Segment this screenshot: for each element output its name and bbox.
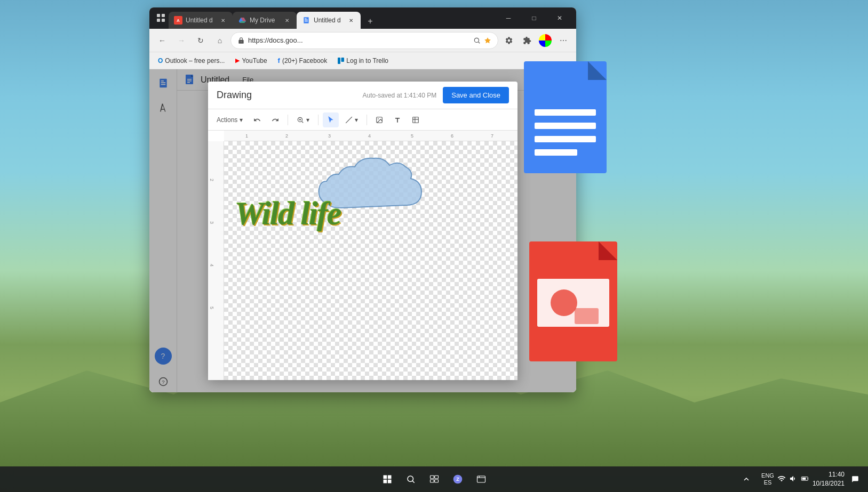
volume-icon[interactable] xyxy=(789,474,798,485)
bookmark-youtube-label: YouTube xyxy=(242,57,267,64)
tab2-close-btn[interactable]: ✕ xyxy=(283,16,291,25)
star-icon xyxy=(484,37,491,44)
tab1-favicon: A xyxy=(174,16,182,25)
svg-marker-10 xyxy=(484,37,491,43)
svg-rect-0 xyxy=(157,14,160,17)
svg-rect-48 xyxy=(434,475,438,478)
address-bar[interactable]: https://docs.goo... xyxy=(230,32,498,49)
tab3-favicon xyxy=(302,16,310,25)
ruler-vertical: 2 3 4 5 xyxy=(208,141,224,380)
actions-btn[interactable]: Actions ▾ xyxy=(212,112,247,127)
facebook-icon: f xyxy=(278,57,280,64)
back-btn[interactable]: ← xyxy=(154,32,171,49)
ruler-horizontal: 1 2 3 4 5 6 7 xyxy=(224,131,517,141)
zoom-btn[interactable]: ▾ xyxy=(292,112,314,127)
youtube-icon: ▶ xyxy=(235,57,240,64)
bookmark-facebook[interactable]: f (20+) Facebook xyxy=(274,55,332,66)
browser-window: A Untitled d ✕ My Drive ✕ xyxy=(149,7,576,392)
svg-rect-1 xyxy=(162,14,165,17)
image-tool-btn[interactable] xyxy=(371,112,387,127)
select-tool-btn[interactable] xyxy=(323,112,339,127)
svg-point-30 xyxy=(378,118,379,119)
close-btn[interactable]: ✕ xyxy=(547,10,572,27)
bookmark-youtube[interactable]: ▶ YouTube xyxy=(231,56,271,66)
bookmark-trello[interactable]: Log in to Trello xyxy=(333,56,393,66)
sys-tray: ENG ES 11:40 10/18/2021 xyxy=(761,470,845,488)
table-tool-btn[interactable] xyxy=(408,112,424,127)
extensions-btn[interactable] xyxy=(519,32,536,49)
home-btn[interactable]: ⌂ xyxy=(211,32,228,49)
profile-btn[interactable] xyxy=(537,32,554,49)
drawing-dialog-overlay: Drawing Auto-saved at 1:41:40 PM Save an… xyxy=(149,69,576,392)
more-btn[interactable]: ⋯ xyxy=(555,32,572,49)
svg-rect-6 xyxy=(305,21,308,21)
svg-rect-38 xyxy=(535,136,596,142)
forward-btn[interactable]: → xyxy=(173,32,190,49)
start-btn[interactable] xyxy=(377,469,398,490)
svg-rect-44 xyxy=(575,308,599,324)
desktop: A Untitled d ✕ My Drive ✕ xyxy=(0,0,868,492)
drawing-autosave: Auto-saved at 1:41:40 PM xyxy=(362,92,436,99)
drawing-panel: Drawing Auto-saved at 1:41:40 PM Save an… xyxy=(208,82,517,380)
svg-rect-12 xyxy=(341,58,345,62)
svg-rect-50 xyxy=(434,480,438,482)
text-tool-btn[interactable] xyxy=(389,112,405,127)
chevron-btn[interactable] xyxy=(736,469,757,490)
lock-icon xyxy=(237,37,245,44)
search-btn[interactable] xyxy=(400,469,421,490)
address-text: https://docs.goo... xyxy=(248,36,470,44)
svg-line-9 xyxy=(478,42,480,43)
taskbar-right: ENG ES 11:40 10/18/2021 xyxy=(736,469,862,490)
window-controls: ─ □ ✕ xyxy=(496,10,572,27)
settings-btn[interactable] xyxy=(500,32,517,49)
search-address-icon xyxy=(473,37,481,44)
new-tab-btn[interactable]: + xyxy=(363,14,378,29)
clock-display[interactable]: 11:40 10/18/2021 xyxy=(813,470,845,488)
tab1-label: Untitled d xyxy=(186,17,216,24)
fileexplorer-btn[interactable] xyxy=(471,469,492,490)
redo-btn[interactable] xyxy=(267,112,283,127)
taskview-btn[interactable] xyxy=(424,469,445,490)
svg-point-45 xyxy=(408,476,413,482)
wild-life-drawing: Wild life xyxy=(235,152,501,365)
bookmark-trello-label: Log in to Trello xyxy=(346,57,388,64)
page-content: ? ? Untitled File xyxy=(149,69,576,392)
wild-life-text: Wild life xyxy=(235,195,340,232)
battery-icon[interactable] xyxy=(801,474,809,485)
save-close-btn[interactable]: Save and Close xyxy=(443,87,509,103)
undo-btn[interactable] xyxy=(249,112,265,127)
tab-untitled-1[interactable]: A Untitled d ✕ xyxy=(169,12,233,29)
svg-rect-31 xyxy=(413,117,419,123)
svg-rect-55 xyxy=(802,478,806,480)
tab-mydrive[interactable]: My Drive ✕ xyxy=(233,12,297,29)
tab-untitled-active[interactable]: Untitled d ✕ xyxy=(297,12,361,29)
taskbar: Z ENG ES xyxy=(0,466,868,492)
navigation-bar: ← → ↻ ⌂ https://docs.goo... xyxy=(149,29,576,52)
tab3-close-btn[interactable]: ✕ xyxy=(347,16,355,25)
bookmark-outlook[interactable]: O Outlook – free pers... xyxy=(154,56,229,66)
svg-text:Z: Z xyxy=(456,477,459,482)
svg-rect-7 xyxy=(305,19,307,19)
tab1-close-btn[interactable]: ✕ xyxy=(219,16,227,25)
nav-right-controls: ⋯ xyxy=(500,32,572,49)
svg-line-25 xyxy=(302,121,304,123)
tb-sep3 xyxy=(367,115,367,125)
svg-point-8 xyxy=(474,38,479,42)
teams-btn[interactable]: Z xyxy=(447,469,468,490)
bookmark-outlook-label: Outlook – free pers... xyxy=(165,57,225,64)
refresh-btn[interactable]: ↻ xyxy=(192,32,209,49)
tabs-container: A Untitled d ✕ My Drive ✕ xyxy=(169,7,492,29)
svg-rect-53 xyxy=(477,476,485,482)
browser-grid-icon xyxy=(154,11,169,26)
lang-indicator[interactable]: ENG ES xyxy=(761,472,774,486)
gdocs-floating-icon xyxy=(519,61,612,181)
drawing-toolbar: Actions ▾ xyxy=(208,109,517,131)
minimize-btn[interactable]: ─ xyxy=(496,10,521,27)
line-tool-btn[interactable]: ▾ xyxy=(341,112,362,127)
tb-sep1 xyxy=(288,115,288,125)
drawing-canvas[interactable]: 1 2 3 4 5 6 7 2 3 xyxy=(208,131,517,380)
maximize-btn[interactable]: □ xyxy=(522,10,546,27)
notification-btn[interactable] xyxy=(849,473,862,486)
canvas-drawing-area[interactable]: Wild life xyxy=(224,141,517,380)
wifi-icon[interactable] xyxy=(777,474,786,485)
